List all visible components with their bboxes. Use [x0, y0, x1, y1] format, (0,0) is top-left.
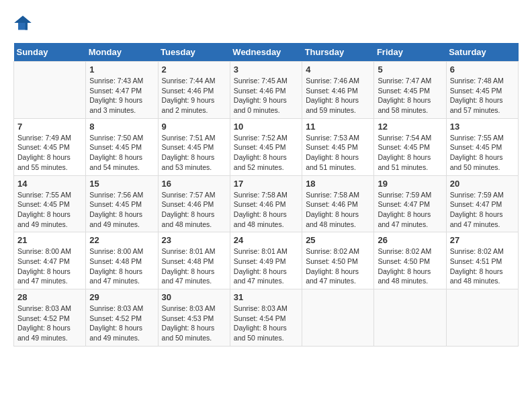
day-number: 4	[306, 64, 370, 75]
calendar-cell: 21Sunrise: 8:00 AM Sunset: 4:47 PM Dayli…	[14, 232, 86, 289]
calendar-cell: 23Sunrise: 8:01 AM Sunset: 4:48 PM Dayli…	[158, 232, 230, 289]
calendar-cell: 5Sunrise: 7:47 AM Sunset: 4:45 PM Daylig…	[374, 62, 446, 119]
day-number: 23	[162, 235, 226, 245]
day-info: Sunrise: 7:45 AM Sunset: 4:46 PM Dayligh…	[234, 76, 298, 116]
day-number: 5	[378, 64, 442, 75]
calendar-cell: 6Sunrise: 7:48 AM Sunset: 4:45 PM Daylig…	[446, 62, 518, 119]
day-info: Sunrise: 7:56 AM Sunset: 4:45 PM Dayligh…	[89, 190, 154, 230]
calendar-header-row: SundayMondayTuesdayWednesdayThursdayFrid…	[14, 43, 519, 62]
calendar-cell: 19Sunrise: 7:59 AM Sunset: 4:47 PM Dayli…	[374, 175, 446, 232]
header-cell-sunday: Sunday	[14, 43, 86, 62]
day-info: Sunrise: 7:46 AM Sunset: 4:46 PM Dayligh…	[306, 76, 370, 116]
calendar-cell: 16Sunrise: 7:57 AM Sunset: 4:46 PM Dayli…	[158, 175, 230, 232]
day-number: 6	[450, 64, 515, 75]
day-info: Sunrise: 8:02 AM Sunset: 4:50 PM Dayligh…	[306, 246, 370, 286]
calendar-week-5: 28Sunrise: 8:03 AM Sunset: 4:52 PM Dayli…	[14, 289, 519, 347]
day-info: Sunrise: 7:51 AM Sunset: 4:45 PM Dayligh…	[162, 133, 226, 173]
calendar-week-4: 21Sunrise: 8:00 AM Sunset: 4:47 PM Dayli…	[14, 232, 519, 289]
calendar-cell: 10Sunrise: 7:52 AM Sunset: 4:45 PM Dayli…	[230, 118, 302, 175]
day-info: Sunrise: 7:55 AM Sunset: 4:45 PM Dayligh…	[450, 133, 515, 173]
calendar-week-3: 14Sunrise: 7:55 AM Sunset: 4:45 PM Dayli…	[14, 175, 519, 232]
page-header	[13, 13, 519, 32]
calendar-cell	[374, 289, 446, 347]
day-info: Sunrise: 8:02 AM Sunset: 4:50 PM Dayligh…	[378, 246, 442, 286]
day-number: 18	[306, 179, 370, 189]
calendar-cell: 4Sunrise: 7:46 AM Sunset: 4:46 PM Daylig…	[302, 62, 374, 119]
calendar-cell: 15Sunrise: 7:56 AM Sunset: 4:45 PM Dayli…	[86, 175, 158, 232]
calendar-week-2: 7Sunrise: 7:49 AM Sunset: 4:45 PM Daylig…	[14, 118, 519, 175]
calendar-cell: 31Sunrise: 8:03 AM Sunset: 4:54 PM Dayli…	[230, 289, 302, 347]
calendar-cell: 24Sunrise: 8:01 AM Sunset: 4:49 PM Dayli…	[230, 232, 302, 289]
day-info: Sunrise: 8:01 AM Sunset: 4:48 PM Dayligh…	[162, 246, 226, 286]
day-info: Sunrise: 8:03 AM Sunset: 4:52 PM Dayligh…	[17, 304, 82, 343]
day-number: 17	[234, 179, 298, 189]
day-info: Sunrise: 8:01 AM Sunset: 4:49 PM Dayligh…	[234, 246, 298, 286]
day-info: Sunrise: 7:58 AM Sunset: 4:46 PM Dayligh…	[306, 190, 370, 230]
calendar-cell: 9Sunrise: 7:51 AM Sunset: 4:45 PM Daylig…	[158, 118, 230, 175]
day-number: 11	[306, 122, 370, 132]
day-number: 25	[306, 235, 370, 245]
day-number: 9	[162, 122, 226, 132]
day-number: 14	[17, 179, 82, 189]
day-number: 31	[234, 292, 298, 302]
day-info: Sunrise: 7:55 AM Sunset: 4:45 PM Dayligh…	[17, 190, 82, 230]
header-cell-monday: Monday	[86, 43, 158, 62]
day-number: 12	[378, 122, 442, 132]
calendar-cell: 7Sunrise: 7:49 AM Sunset: 4:45 PM Daylig…	[14, 118, 86, 175]
day-info: Sunrise: 7:54 AM Sunset: 4:45 PM Dayligh…	[378, 133, 442, 173]
day-info: Sunrise: 8:00 AM Sunset: 4:48 PM Dayligh…	[89, 246, 154, 286]
day-info: Sunrise: 8:03 AM Sunset: 4:53 PM Dayligh…	[162, 304, 226, 343]
day-info: Sunrise: 7:49 AM Sunset: 4:45 PM Dayligh…	[17, 133, 82, 173]
calendar-week-1: 1Sunrise: 7:43 AM Sunset: 4:47 PM Daylig…	[14, 62, 519, 119]
calendar-cell: 3Sunrise: 7:45 AM Sunset: 4:46 PM Daylig…	[230, 62, 302, 119]
calendar-cell: 1Sunrise: 7:43 AM Sunset: 4:47 PM Daylig…	[86, 62, 158, 119]
calendar-cell: 27Sunrise: 8:02 AM Sunset: 4:51 PM Dayli…	[446, 232, 518, 289]
calendar-cell: 30Sunrise: 8:03 AM Sunset: 4:53 PM Dayli…	[158, 289, 230, 347]
calendar-cell: 26Sunrise: 8:02 AM Sunset: 4:50 PM Dayli…	[374, 232, 446, 289]
header-cell-wednesday: Wednesday	[230, 43, 302, 62]
calendar-cell: 28Sunrise: 8:03 AM Sunset: 4:52 PM Dayli…	[14, 289, 86, 347]
calendar-cell: 2Sunrise: 7:44 AM Sunset: 4:46 PM Daylig…	[158, 62, 230, 119]
day-info: Sunrise: 7:59 AM Sunset: 4:47 PM Dayligh…	[378, 190, 442, 230]
logo-icon	[13, 13, 32, 32]
day-info: Sunrise: 7:52 AM Sunset: 4:45 PM Dayligh…	[234, 133, 298, 173]
header-cell-tuesday: Tuesday	[158, 43, 230, 62]
day-number: 2	[162, 64, 226, 75]
calendar-cell	[446, 289, 518, 347]
day-info: Sunrise: 7:43 AM Sunset: 4:47 PM Dayligh…	[89, 76, 154, 116]
calendar-cell: 22Sunrise: 8:00 AM Sunset: 4:48 PM Dayli…	[86, 232, 158, 289]
day-number: 22	[89, 235, 154, 245]
calendar-cell: 17Sunrise: 7:58 AM Sunset: 4:46 PM Dayli…	[230, 175, 302, 232]
day-number: 3	[234, 64, 298, 75]
day-info: Sunrise: 8:02 AM Sunset: 4:51 PM Dayligh…	[450, 246, 515, 286]
calendar-cell	[14, 62, 86, 119]
calendar-cell: 25Sunrise: 8:02 AM Sunset: 4:50 PM Dayli…	[302, 232, 374, 289]
calendar-cell: 12Sunrise: 7:54 AM Sunset: 4:45 PM Dayli…	[374, 118, 446, 175]
day-number: 20	[450, 179, 515, 189]
day-info: Sunrise: 8:03 AM Sunset: 4:54 PM Dayligh…	[234, 304, 298, 343]
calendar-cell: 29Sunrise: 8:03 AM Sunset: 4:52 PM Dayli…	[86, 289, 158, 347]
day-number: 26	[378, 235, 442, 245]
day-info: Sunrise: 7:57 AM Sunset: 4:46 PM Dayligh…	[162, 190, 226, 230]
day-info: Sunrise: 7:59 AM Sunset: 4:47 PM Dayligh…	[450, 190, 515, 230]
calendar-cell: 14Sunrise: 7:55 AM Sunset: 4:45 PM Dayli…	[14, 175, 86, 232]
day-info: Sunrise: 7:44 AM Sunset: 4:46 PM Dayligh…	[162, 76, 226, 116]
day-number: 8	[89, 122, 154, 132]
day-number: 21	[17, 235, 82, 245]
day-number: 27	[450, 235, 515, 245]
day-info: Sunrise: 8:00 AM Sunset: 4:47 PM Dayligh…	[17, 246, 82, 286]
day-number: 30	[162, 292, 226, 302]
day-number: 7	[17, 122, 82, 132]
day-info: Sunrise: 7:58 AM Sunset: 4:46 PM Dayligh…	[234, 190, 298, 230]
calendar-cell	[302, 289, 374, 347]
day-number: 1	[89, 64, 154, 75]
day-number: 29	[89, 292, 154, 302]
day-number: 28	[17, 292, 82, 302]
day-info: Sunrise: 7:53 AM Sunset: 4:45 PM Dayligh…	[306, 133, 370, 173]
day-number: 10	[234, 122, 298, 132]
day-number: 13	[450, 122, 515, 132]
calendar-table: SundayMondayTuesdayWednesdayThursdayFrid…	[13, 43, 519, 347]
header-cell-friday: Friday	[374, 43, 446, 62]
header-cell-thursday: Thursday	[302, 43, 374, 62]
day-info: Sunrise: 7:50 AM Sunset: 4:45 PM Dayligh…	[89, 133, 154, 173]
